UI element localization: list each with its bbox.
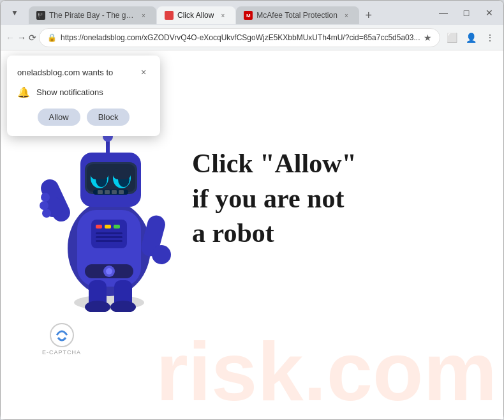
tab-mcafee-title: McAfee Total Protection	[256, 11, 337, 20]
back-button[interactable]: ←	[6, 29, 15, 47]
svg-rect-27	[112, 190, 117, 194]
tab-clickallow-close[interactable]: ×	[218, 10, 228, 20]
svg-rect-26	[105, 190, 110, 194]
tab-mcafee[interactable]: M McAfee Total Protection ×	[236, 6, 359, 24]
lock-icon: 🔒	[47, 33, 57, 42]
toolbar-icons: ⬜ 👤 ⋮	[443, 29, 499, 47]
svg-point-35	[152, 245, 171, 264]
ecaptcha-label: E-CAPTCHA	[42, 349, 81, 356]
svg-point-40	[50, 324, 73, 347]
tab-pirate-bay[interactable]: 🏴 The Pirate Bay - The galaxy's m ×	[29, 6, 156, 24]
notification-popup: oneladsblog.com wants to × 🔔 Show notifi…	[7, 56, 160, 136]
tab-clickallow[interactable]: Click Allow ×	[157, 6, 235, 24]
popup-buttons: Allow Block	[17, 109, 150, 126]
tab-pirate-title: The Pirate Bay - The galaxy's m	[49, 11, 135, 20]
url-text: https://oneladsblog.com/xGZODVrvQ4O-eXoc…	[61, 33, 420, 42]
svg-rect-22	[91, 168, 108, 179]
svg-rect-14	[106, 140, 110, 156]
popup-title: oneladsblog.com wants to	[17, 68, 113, 77]
main-text-line2: if you are not	[192, 181, 357, 216]
svg-rect-28	[119, 190, 124, 194]
menu-button[interactable]: ⋮	[481, 29, 499, 47]
svg-point-31	[41, 193, 50, 202]
popup-close-button[interactable]: ×	[137, 66, 150, 79]
popup-header: oneladsblog.com wants to ×	[17, 66, 150, 79]
tab-mcafee-close[interactable]: ×	[341, 10, 352, 20]
address-bar[interactable]: 🔒 https://oneladsblog.com/xGZODVrvQ4O-eX…	[39, 28, 440, 47]
svg-rect-23	[113, 168, 131, 179]
browser-window: ▼ 🏴 The Pirate Bay - The galaxy's m × Cl…	[0, 0, 504, 420]
svg-point-5	[106, 268, 112, 274]
refresh-button[interactable]: ⟳	[29, 29, 36, 47]
maximize-button[interactable]: □	[457, 4, 475, 22]
pirate-favicon: 🏴	[36, 11, 45, 20]
svg-point-33	[42, 209, 51, 218]
mcafee-favicon: M	[244, 11, 253, 20]
page-content: risk.com	[1, 50, 503, 419]
account-button[interactable]: 👤	[462, 29, 480, 47]
bell-icon: 🔔	[17, 86, 30, 98]
new-tab-button[interactable]: +	[360, 6, 378, 24]
minimize-button[interactable]: —	[434, 4, 452, 22]
svg-rect-8	[105, 225, 111, 229]
main-text-line3: a robot	[192, 216, 357, 251]
svg-point-32	[40, 201, 48, 210]
svg-rect-25	[98, 190, 103, 194]
block-button[interactable]: Block	[87, 109, 130, 126]
tab-pirate-close[interactable]: ×	[138, 10, 149, 20]
svg-rect-12	[96, 240, 122, 242]
toolbar: ← → ⟳ 🔒 https://oneladsblog.com/xGZODVrv…	[1, 25, 503, 50]
ecaptcha-badge: E-CAPTCHA	[42, 322, 81, 356]
svg-rect-10	[96, 232, 122, 234]
forward-button[interactable]: →	[17, 29, 26, 47]
tab-history-button[interactable]: ▼	[6, 4, 24, 22]
clickallow-favicon	[165, 11, 174, 20]
allow-button[interactable]: Allow	[38, 109, 80, 126]
main-text-line1: Click "Allow"	[192, 146, 357, 181]
svg-rect-9	[114, 225, 120, 229]
tab-clickallow-title: Click Allow	[177, 11, 214, 20]
bookmark-icon[interactable]: ★	[424, 33, 432, 43]
watermark: risk.com	[156, 330, 503, 419]
popup-notification-label: Show notifications	[36, 87, 103, 97]
svg-rect-7	[96, 225, 102, 229]
close-button[interactable]: ✕	[480, 4, 498, 22]
extensions-button[interactable]: ⬜	[443, 29, 461, 47]
title-bar: ▼ 🏴 The Pirate Bay - The galaxy's m × Cl…	[1, 1, 503, 25]
svg-rect-11	[96, 236, 122, 238]
popup-notification-row: 🔔 Show notifications	[17, 86, 150, 98]
main-text: Click "Allow" if you are not a robot	[192, 146, 357, 251]
